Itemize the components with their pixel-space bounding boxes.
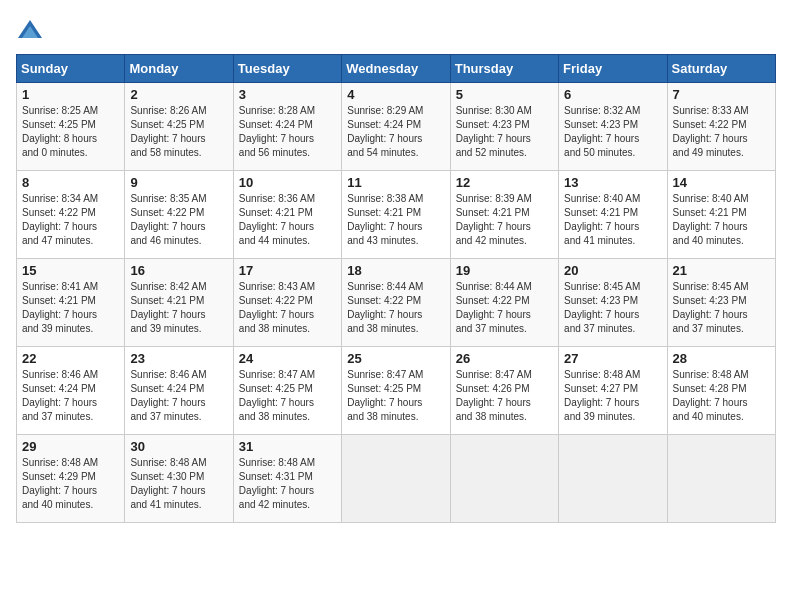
day-cell bbox=[342, 435, 450, 523]
header-saturday: Saturday bbox=[667, 55, 775, 83]
day-number: 12 bbox=[456, 175, 553, 190]
day-cell: 7Sunrise: 8:33 AM Sunset: 4:22 PM Daylig… bbox=[667, 83, 775, 171]
day-cell: 2Sunrise: 8:26 AM Sunset: 4:25 PM Daylig… bbox=[125, 83, 233, 171]
day-cell: 4Sunrise: 8:29 AM Sunset: 4:24 PM Daylig… bbox=[342, 83, 450, 171]
day-cell: 13Sunrise: 8:40 AM Sunset: 4:21 PM Dayli… bbox=[559, 171, 667, 259]
day-cell: 16Sunrise: 8:42 AM Sunset: 4:21 PM Dayli… bbox=[125, 259, 233, 347]
week-row-4: 22Sunrise: 8:46 AM Sunset: 4:24 PM Dayli… bbox=[17, 347, 776, 435]
day-number: 23 bbox=[130, 351, 227, 366]
day-cell: 5Sunrise: 8:30 AM Sunset: 4:23 PM Daylig… bbox=[450, 83, 558, 171]
day-number: 9 bbox=[130, 175, 227, 190]
day-cell: 30Sunrise: 8:48 AM Sunset: 4:30 PM Dayli… bbox=[125, 435, 233, 523]
day-number: 11 bbox=[347, 175, 444, 190]
day-info: Sunrise: 8:28 AM Sunset: 4:24 PM Dayligh… bbox=[239, 104, 336, 160]
day-info: Sunrise: 8:48 AM Sunset: 4:31 PM Dayligh… bbox=[239, 456, 336, 512]
day-info: Sunrise: 8:45 AM Sunset: 4:23 PM Dayligh… bbox=[673, 280, 770, 336]
week-row-5: 29Sunrise: 8:48 AM Sunset: 4:29 PM Dayli… bbox=[17, 435, 776, 523]
day-info: Sunrise: 8:40 AM Sunset: 4:21 PM Dayligh… bbox=[564, 192, 661, 248]
day-cell: 21Sunrise: 8:45 AM Sunset: 4:23 PM Dayli… bbox=[667, 259, 775, 347]
day-cell: 1Sunrise: 8:25 AM Sunset: 4:25 PM Daylig… bbox=[17, 83, 125, 171]
day-number: 28 bbox=[673, 351, 770, 366]
day-info: Sunrise: 8:33 AM Sunset: 4:22 PM Dayligh… bbox=[673, 104, 770, 160]
day-number: 14 bbox=[673, 175, 770, 190]
day-cell: 25Sunrise: 8:47 AM Sunset: 4:25 PM Dayli… bbox=[342, 347, 450, 435]
day-number: 8 bbox=[22, 175, 119, 190]
day-info: Sunrise: 8:47 AM Sunset: 4:26 PM Dayligh… bbox=[456, 368, 553, 424]
week-row-1: 1Sunrise: 8:25 AM Sunset: 4:25 PM Daylig… bbox=[17, 83, 776, 171]
day-info: Sunrise: 8:43 AM Sunset: 4:22 PM Dayligh… bbox=[239, 280, 336, 336]
day-info: Sunrise: 8:29 AM Sunset: 4:24 PM Dayligh… bbox=[347, 104, 444, 160]
day-cell: 10Sunrise: 8:36 AM Sunset: 4:21 PM Dayli… bbox=[233, 171, 341, 259]
day-info: Sunrise: 8:32 AM Sunset: 4:23 PM Dayligh… bbox=[564, 104, 661, 160]
day-info: Sunrise: 8:42 AM Sunset: 4:21 PM Dayligh… bbox=[130, 280, 227, 336]
day-cell: 19Sunrise: 8:44 AM Sunset: 4:22 PM Dayli… bbox=[450, 259, 558, 347]
day-number: 1 bbox=[22, 87, 119, 102]
day-info: Sunrise: 8:45 AM Sunset: 4:23 PM Dayligh… bbox=[564, 280, 661, 336]
header-friday: Friday bbox=[559, 55, 667, 83]
day-number: 20 bbox=[564, 263, 661, 278]
day-cell: 15Sunrise: 8:41 AM Sunset: 4:21 PM Dayli… bbox=[17, 259, 125, 347]
day-number: 6 bbox=[564, 87, 661, 102]
day-info: Sunrise: 8:38 AM Sunset: 4:21 PM Dayligh… bbox=[347, 192, 444, 248]
day-info: Sunrise: 8:36 AM Sunset: 4:21 PM Dayligh… bbox=[239, 192, 336, 248]
day-cell: 9Sunrise: 8:35 AM Sunset: 4:22 PM Daylig… bbox=[125, 171, 233, 259]
day-number: 25 bbox=[347, 351, 444, 366]
day-cell: 20Sunrise: 8:45 AM Sunset: 4:23 PM Dayli… bbox=[559, 259, 667, 347]
day-info: Sunrise: 8:35 AM Sunset: 4:22 PM Dayligh… bbox=[130, 192, 227, 248]
day-number: 3 bbox=[239, 87, 336, 102]
day-cell bbox=[559, 435, 667, 523]
day-info: Sunrise: 8:30 AM Sunset: 4:23 PM Dayligh… bbox=[456, 104, 553, 160]
day-cell: 8Sunrise: 8:34 AM Sunset: 4:22 PM Daylig… bbox=[17, 171, 125, 259]
day-cell: 28Sunrise: 8:48 AM Sunset: 4:28 PM Dayli… bbox=[667, 347, 775, 435]
day-cell: 12Sunrise: 8:39 AM Sunset: 4:21 PM Dayli… bbox=[450, 171, 558, 259]
day-info: Sunrise: 8:44 AM Sunset: 4:22 PM Dayligh… bbox=[347, 280, 444, 336]
day-info: Sunrise: 8:47 AM Sunset: 4:25 PM Dayligh… bbox=[239, 368, 336, 424]
day-cell: 22Sunrise: 8:46 AM Sunset: 4:24 PM Dayli… bbox=[17, 347, 125, 435]
day-number: 15 bbox=[22, 263, 119, 278]
day-number: 29 bbox=[22, 439, 119, 454]
day-info: Sunrise: 8:47 AM Sunset: 4:25 PM Dayligh… bbox=[347, 368, 444, 424]
page-header bbox=[16, 16, 776, 46]
day-info: Sunrise: 8:48 AM Sunset: 4:28 PM Dayligh… bbox=[673, 368, 770, 424]
day-number: 7 bbox=[673, 87, 770, 102]
day-info: Sunrise: 8:41 AM Sunset: 4:21 PM Dayligh… bbox=[22, 280, 119, 336]
day-info: Sunrise: 8:48 AM Sunset: 4:29 PM Dayligh… bbox=[22, 456, 119, 512]
day-cell: 24Sunrise: 8:47 AM Sunset: 4:25 PM Dayli… bbox=[233, 347, 341, 435]
day-number: 31 bbox=[239, 439, 336, 454]
header-thursday: Thursday bbox=[450, 55, 558, 83]
day-number: 19 bbox=[456, 263, 553, 278]
day-number: 30 bbox=[130, 439, 227, 454]
day-info: Sunrise: 8:34 AM Sunset: 4:22 PM Dayligh… bbox=[22, 192, 119, 248]
header-monday: Monday bbox=[125, 55, 233, 83]
header-row: SundayMondayTuesdayWednesdayThursdayFrid… bbox=[17, 55, 776, 83]
calendar-table: SundayMondayTuesdayWednesdayThursdayFrid… bbox=[16, 54, 776, 523]
logo bbox=[16, 16, 48, 46]
day-cell: 17Sunrise: 8:43 AM Sunset: 4:22 PM Dayli… bbox=[233, 259, 341, 347]
day-number: 4 bbox=[347, 87, 444, 102]
day-number: 22 bbox=[22, 351, 119, 366]
header-wednesday: Wednesday bbox=[342, 55, 450, 83]
day-cell: 11Sunrise: 8:38 AM Sunset: 4:21 PM Dayli… bbox=[342, 171, 450, 259]
day-cell: 31Sunrise: 8:48 AM Sunset: 4:31 PM Dayli… bbox=[233, 435, 341, 523]
day-info: Sunrise: 8:25 AM Sunset: 4:25 PM Dayligh… bbox=[22, 104, 119, 160]
header-sunday: Sunday bbox=[17, 55, 125, 83]
day-cell: 29Sunrise: 8:48 AM Sunset: 4:29 PM Dayli… bbox=[17, 435, 125, 523]
day-cell: 26Sunrise: 8:47 AM Sunset: 4:26 PM Dayli… bbox=[450, 347, 558, 435]
day-number: 5 bbox=[456, 87, 553, 102]
day-info: Sunrise: 8:40 AM Sunset: 4:21 PM Dayligh… bbox=[673, 192, 770, 248]
day-number: 21 bbox=[673, 263, 770, 278]
day-info: Sunrise: 8:48 AM Sunset: 4:30 PM Dayligh… bbox=[130, 456, 227, 512]
day-info: Sunrise: 8:48 AM Sunset: 4:27 PM Dayligh… bbox=[564, 368, 661, 424]
day-cell bbox=[450, 435, 558, 523]
day-number: 18 bbox=[347, 263, 444, 278]
day-cell: 23Sunrise: 8:46 AM Sunset: 4:24 PM Dayli… bbox=[125, 347, 233, 435]
day-info: Sunrise: 8:26 AM Sunset: 4:25 PM Dayligh… bbox=[130, 104, 227, 160]
day-cell: 18Sunrise: 8:44 AM Sunset: 4:22 PM Dayli… bbox=[342, 259, 450, 347]
day-cell: 3Sunrise: 8:28 AM Sunset: 4:24 PM Daylig… bbox=[233, 83, 341, 171]
day-info: Sunrise: 8:46 AM Sunset: 4:24 PM Dayligh… bbox=[22, 368, 119, 424]
day-cell: 14Sunrise: 8:40 AM Sunset: 4:21 PM Dayli… bbox=[667, 171, 775, 259]
week-row-3: 15Sunrise: 8:41 AM Sunset: 4:21 PM Dayli… bbox=[17, 259, 776, 347]
day-cell: 6Sunrise: 8:32 AM Sunset: 4:23 PM Daylig… bbox=[559, 83, 667, 171]
day-number: 16 bbox=[130, 263, 227, 278]
day-number: 17 bbox=[239, 263, 336, 278]
